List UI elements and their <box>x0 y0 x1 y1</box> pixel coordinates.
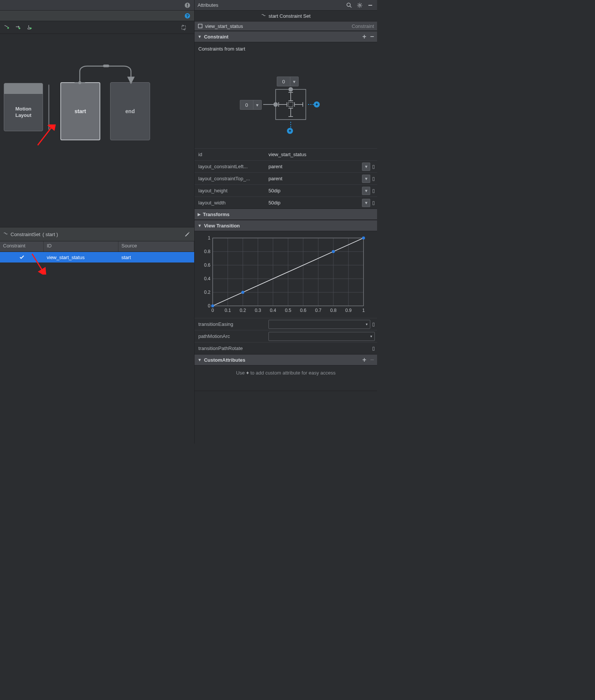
chevron-down-icon[interactable]: ▾ <box>362 163 370 171</box>
svg-text:0.8: 0.8 <box>204 249 210 254</box>
caret-right-icon: ▶ <box>198 212 201 217</box>
caret-down-icon: ▼ <box>198 358 202 362</box>
svg-text:0: 0 <box>212 308 214 313</box>
attr-top-value[interactable]: parent <box>268 176 360 181</box>
attr-width-value[interactable]: 50dip <box>268 200 360 206</box>
svg-text:0.8: 0.8 <box>330 308 337 313</box>
attr-key: layout_constraintLeft... <box>195 164 266 169</box>
more-icon[interactable]: ▯ <box>372 187 375 195</box>
cs-table-header: Constraint ID Source <box>0 241 194 252</box>
svg-rect-5 <box>103 64 109 67</box>
chevron-down-icon[interactable]: ▾ <box>290 77 298 86</box>
custom-hint: Use + to add custom attribute for easy a… <box>195 365 377 391</box>
attr-id-value[interactable]: view_start_status <box>268 152 375 157</box>
col-source: Source <box>118 241 194 252</box>
attr-left-value[interactable]: parent <box>268 164 360 169</box>
minimize-icon[interactable] <box>367 2 374 9</box>
svg-point-12 <box>359 4 361 6</box>
svg-rect-1 <box>187 3 188 6</box>
create-transition-icon[interactable] <box>14 24 22 31</box>
issues-toolbar <box>0 0 194 11</box>
constraint-icon <box>3 232 8 237</box>
constraint-attr-table: id view_start_status layout_constraintLe… <box>195 148 377 209</box>
motion-canvas[interactable]: Motion Layout start end <box>0 34 194 227</box>
more-icon[interactable]: ▯ <box>372 175 375 183</box>
chevron-down-icon[interactable]: ▾ <box>362 199 370 207</box>
add-constraint-right-icon[interactable]: + <box>314 101 320 107</box>
surface-cycle-icon[interactable] <box>180 24 187 31</box>
more-icon[interactable]: ▯ <box>372 320 375 329</box>
attr-key: layout_width <box>195 200 266 206</box>
svg-point-80 <box>362 236 365 239</box>
constraint-left-value[interactable] <box>240 102 253 108</box>
state-end-label: end <box>126 108 135 114</box>
constraint-widget[interactable]: ▾ ▾ + + <box>198 55 373 146</box>
svg-line-20 <box>361 3 361 4</box>
view-icon <box>198 23 203 29</box>
svg-text:0.7: 0.7 <box>315 308 322 313</box>
attr-key: pathMotionArc <box>195 333 266 339</box>
caret-down-icon: ▼ <box>198 223 202 228</box>
arc-select[interactable]: ▾ <box>268 332 375 341</box>
svg-text:0.2: 0.2 <box>204 290 210 295</box>
more-icon[interactable]: ▯ <box>372 163 375 171</box>
cs-table-body: view_start_status start <box>0 252 194 444</box>
constraint-top-input[interactable]: ▾ <box>277 77 299 86</box>
svg-text:0.9: 0.9 <box>345 308 352 313</box>
svg-text:0.6: 0.6 <box>300 308 307 313</box>
svg-text:0.5: 0.5 <box>285 308 291 313</box>
view-transition-title: View Transition <box>204 223 374 229</box>
constraint-left-input[interactable]: ▾ <box>240 100 262 110</box>
rotate-input[interactable] <box>268 344 370 353</box>
svg-rect-22 <box>198 24 202 28</box>
caret-down-icon: ▼ <box>198 34 202 39</box>
add-icon[interactable]: + <box>362 33 367 41</box>
easing-chart[interactable]: 00.10.20.30.40.50.60.70.80.9100.20.40.60… <box>200 236 366 315</box>
svg-line-8 <box>38 127 52 145</box>
view-transition-header[interactable]: ▼ View Transition <box>195 220 377 231</box>
state-start-card[interactable]: start <box>60 82 100 140</box>
state-end-card[interactable]: end <box>110 82 150 140</box>
add-constraint-bottom-icon[interactable]: + <box>287 128 293 134</box>
add-icon[interactable]: + <box>362 356 367 364</box>
search-icon[interactable] <box>345 2 353 9</box>
issues-icon[interactable] <box>184 2 191 9</box>
create-constraintset-icon[interactable] <box>3 24 11 31</box>
breadcrumb: view_start_status Constraint <box>195 21 377 31</box>
chevron-down-icon[interactable]: ▾ <box>362 187 370 195</box>
svg-line-19 <box>358 6 358 7</box>
transforms-section-header[interactable]: ▶ Transforms <box>195 209 377 220</box>
remove-icon: − <box>370 356 374 364</box>
remove-icon[interactable]: − <box>370 33 374 41</box>
constraint-top-value[interactable] <box>277 79 290 84</box>
svg-line-18 <box>361 6 361 7</box>
chevron-down-icon[interactable]: ▾ <box>362 175 370 183</box>
attr-height-value[interactable]: 50dip <box>268 188 360 193</box>
svg-line-17 <box>358 3 358 4</box>
constraint-icon <box>261 13 266 18</box>
svg-text:1: 1 <box>362 308 365 313</box>
attributes-subtitle: start Constraint Set <box>268 13 310 19</box>
create-touch-icon[interactable] <box>26 24 33 31</box>
svg-point-78 <box>241 291 244 294</box>
svg-text:0.4: 0.4 <box>270 308 276 313</box>
help-icon[interactable]: ? <box>184 12 191 20</box>
attr-key: id <box>195 152 266 157</box>
constraint-set-header: ConstraintSet ( start ) <box>0 227 194 241</box>
motion-layout-card[interactable]: Motion Layout <box>4 83 43 131</box>
checkmark-icon <box>19 254 25 260</box>
constraint-section-header[interactable]: ▼ Constraint + − <box>195 31 377 42</box>
easing-select[interactable]: ▾ <box>268 320 370 329</box>
gear-icon[interactable] <box>356 2 363 9</box>
divider <box>48 84 49 130</box>
attr-key: layout_height <box>195 188 266 193</box>
chevron-down-icon[interactable]: ▾ <box>253 100 261 109</box>
svg-point-38 <box>273 102 278 107</box>
cs-title-paren: ( start ) <box>43 232 58 237</box>
cs-title-prefix: ConstraintSet <box>11 232 40 237</box>
custom-section-header[interactable]: ▼ CustomAttributes + − <box>195 354 377 365</box>
svg-text:0.6: 0.6 <box>204 262 210 268</box>
edit-icon[interactable] <box>184 230 191 238</box>
more-icon[interactable]: ▯ <box>372 344 375 353</box>
more-icon[interactable]: ▯ <box>372 199 375 207</box>
